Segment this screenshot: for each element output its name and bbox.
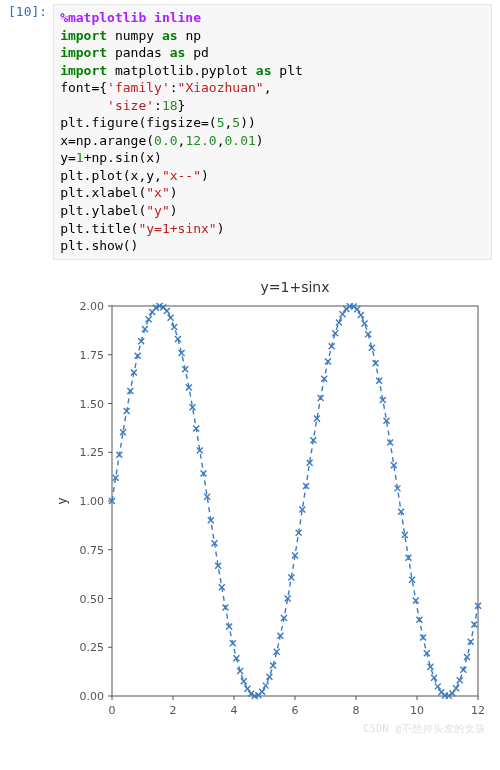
x-tick-label: 2: [170, 704, 177, 717]
x-tick-label: 10: [410, 704, 424, 717]
chart-output: y=1+sinx0246810120.000.250.500.751.001.2…: [8, 276, 492, 736]
code-block[interactable]: %matplotlib inline import numpy as np im…: [53, 4, 492, 260]
y-tick-label: 2.00: [80, 300, 105, 313]
y-tick-label: 1.25: [80, 446, 105, 459]
series-markers: [109, 303, 481, 699]
kw-import: import: [60, 63, 107, 78]
chart-title: y=1+sinx: [261, 279, 330, 295]
x-tick-label: 4: [231, 704, 238, 717]
y-tick-label: 0.50: [80, 592, 105, 605]
chart-svg: y=1+sinx0246810120.000.250.500.751.001.2…: [50, 276, 490, 736]
x-tick-label: 0: [109, 704, 116, 717]
x-tick-label: 6: [292, 704, 299, 717]
y-tick-label: 0.00: [80, 690, 105, 703]
y-tick-label: 1.75: [80, 348, 105, 361]
y-tick-label: 1.00: [80, 495, 105, 508]
y-axis-label: y: [55, 497, 69, 504]
cell-prompt: [10]:: [8, 4, 53, 19]
y-tick-label: 1.50: [80, 397, 105, 410]
kw-import: import: [60, 28, 107, 43]
y-tick-label: 0.25: [80, 641, 105, 654]
code-cell: [10]: %matplotlib inline import numpy as…: [8, 4, 492, 260]
x-tick-label: 8: [353, 704, 360, 717]
y-tick-label: 0.75: [80, 543, 105, 556]
x-tick-label: 12: [471, 704, 485, 717]
watermark: CSDN @不想掉头发的女孩: [8, 722, 492, 736]
magic-line: %matplotlib inline: [60, 10, 201, 25]
kw-import: import: [60, 45, 107, 60]
